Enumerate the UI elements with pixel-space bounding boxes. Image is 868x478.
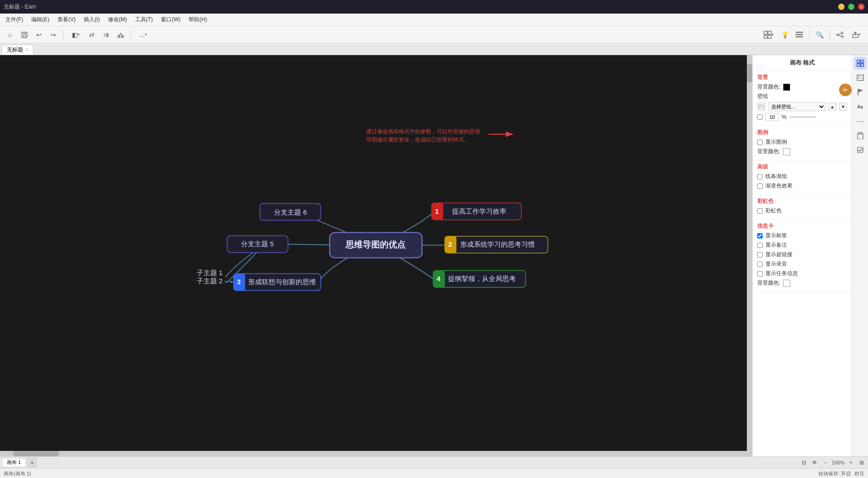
page-tab-icon-4[interactable]: + [846, 458, 855, 467]
wallpaper-up-btn[interactable]: ▲ [828, 103, 836, 111]
wallpaper-icon [757, 103, 765, 111]
page-tab-icon-1[interactable]: ⊟ [799, 458, 808, 467]
separator-1 [63, 30, 64, 39]
canvas-area[interactable]: 通过修改画布格式中的参数，可以对所做的思维 导图做出属性更改，改成自己想要的样式… [0, 55, 752, 456]
rainbow-checkbox[interactable] [757, 208, 763, 214]
style-button[interactable]: ◧▾ [67, 28, 84, 41]
show-label-checkbox[interactable] [757, 233, 763, 239]
separator-2 [131, 30, 131, 39]
cut-button[interactable] [114, 28, 127, 41]
view-mode-button[interactable]: ▾ [760, 28, 777, 41]
svg-text:3: 3 [237, 278, 241, 286]
text-panel-button[interactable]: Aa [854, 100, 867, 113]
mindmap: 思维导图的优点 分支主题 6 分支主题 5 3 形成联想与创新的思维 子主题 1… [0, 55, 752, 456]
page-tab-icon-2[interactable]: 👁 [810, 458, 819, 467]
image-panel-button[interactable] [854, 71, 867, 84]
wallpaper-title: 壁纸 [757, 93, 847, 100]
opacity-checkbox[interactable] [757, 114, 763, 120]
show-note-row: 显示备注 [757, 241, 847, 249]
menu-insert[interactable]: 插入(I) [80, 14, 103, 25]
bg-color-swatch[interactable] [783, 84, 790, 91]
infocard-section-title: 信息卡 [757, 222, 847, 230]
document-tab[interactable]: 无标题 × [2, 45, 33, 55]
page-tab-icon-5[interactable]: ⊞ [857, 458, 866, 467]
gradient-color-checkbox[interactable] [757, 183, 763, 189]
menu-modify[interactable]: 修改(M) [104, 14, 131, 25]
more-button[interactable]: …▾ [135, 28, 151, 41]
opacity-unit: % [782, 114, 787, 120]
idea-button[interactable]: 💡 [778, 28, 791, 41]
separator-3 [809, 30, 810, 39]
more-panel-button[interactable]: ⋯ [854, 115, 867, 127]
opacity-row: % [757, 113, 847, 121]
gradient-line-label: 线条渐组 [765, 173, 787, 180]
vertical-scrollbar[interactable] [747, 55, 752, 456]
menu-window[interactable]: 窗口(W) [157, 14, 184, 25]
canvas-name-status: 画布(画布 1) [4, 470, 31, 477]
branch-node-5: 形成系统学习的思考习惯 [460, 240, 535, 248]
show-legend-row: 显示图例 [757, 138, 847, 146]
wallpaper-select[interactable]: 选择壁纸... [768, 102, 826, 111]
view2-button[interactable] [793, 28, 806, 41]
check-panel-button[interactable] [854, 144, 867, 156]
statusbar-right: 自动保存: 开启 村庄 [818, 470, 864, 477]
gradient-color-label: 渐变色效果 [765, 182, 793, 190]
show-task-row: 显示任务信息 [757, 270, 847, 277]
add-page-button[interactable]: + [28, 458, 37, 467]
legend-bg-swatch[interactable] [783, 148, 790, 155]
svg-rect-1 [23, 32, 26, 34]
save-button[interactable] [18, 28, 31, 41]
page-tabbar: 画布 1 + ⊟ 👁 − 100% + ⊞ [0, 456, 868, 468]
page-tab-icons: ⊟ 👁 − 100% + ⊞ [799, 458, 866, 467]
export-button[interactable]: ▾ [848, 28, 864, 41]
show-label-label: 显示标签 [765, 232, 787, 239]
panel-section-background: 背景 背景颜色: 壁纸 选择壁纸... ▲ ▼ % [753, 71, 852, 126]
menu-edit[interactable]: 编辑(E) [28, 14, 53, 25]
show-task-label: 显示任务信息 [765, 270, 798, 277]
tab-close-button[interactable]: × [26, 47, 28, 52]
show-note-checkbox[interactable] [757, 243, 763, 248]
clipboard-panel-button[interactable] [854, 129, 867, 142]
horizontal-scrollbar[interactable] [0, 451, 747, 456]
opacity-input[interactable] [765, 113, 779, 121]
menu-help[interactable]: 帮助(H) [185, 14, 211, 25]
edit-icon[interactable]: ✏ [839, 84, 852, 96]
svg-point-47 [858, 76, 859, 77]
show-task-checkbox[interactable] [757, 271, 763, 276]
center-node-text: 思维导图的优点 [345, 240, 406, 249]
gradient-line-row: 线条渐组 [757, 173, 847, 180]
separator-4 [830, 30, 830, 39]
redo-button[interactable]: ↪ [47, 28, 60, 41]
show-link-checkbox[interactable] [757, 252, 763, 258]
menu-file[interactable]: 文件(F) [2, 14, 27, 25]
sub-branch-2: 子主题 2 [197, 277, 223, 285]
panel-section-rainbow: 彩虹色 彩虹色 [753, 195, 852, 220]
infocard-bg-color-row: 背景颜色: [757, 279, 847, 287]
zoom-button[interactable]: 🔍 [813, 28, 826, 41]
legend-bg-color-row: 背景颜色: [757, 148, 847, 155]
minimize-button[interactable]: ─ [838, 4, 844, 10]
copy-format-button[interactable]: ⇄ [85, 28, 98, 41]
statusbar: 画布(画布 1) 自动保存: 开启 村庄 [0, 468, 868, 478]
gradient-line-checkbox[interactable] [757, 174, 763, 179]
format-panel-button[interactable] [854, 57, 867, 70]
opacity-slider[interactable] [789, 116, 816, 118]
show-legend-checkbox[interactable] [757, 140, 763, 145]
menu-tools[interactable]: 工具(T) [132, 14, 156, 25]
close-button[interactable]: ✕ [858, 4, 864, 10]
wallpaper-down-btn[interactable]: ▼ [839, 103, 847, 111]
home-button[interactable]: ⌂ [4, 28, 16, 41]
page-tab-icon-3[interactable]: − [821, 458, 830, 467]
undo-button[interactable]: ↩ [33, 28, 45, 41]
maximize-button[interactable]: □ [848, 4, 854, 10]
page-tab-1[interactable]: 画布 1 [2, 458, 26, 467]
infocard-bg-swatch[interactable] [783, 280, 790, 287]
share-button[interactable] [834, 28, 846, 41]
menu-view[interactable]: 查看(V) [54, 14, 79, 25]
titlebar: 无标题 - Eam ─ □ ✕ [0, 0, 868, 14]
svg-rect-2 [23, 35, 26, 37]
paste-format-button[interactable]: ⇉ [100, 28, 113, 41]
show-audio-checkbox[interactable] [757, 262, 763, 267]
rainbow-section-title: 彩虹色 [757, 197, 847, 205]
flag-panel-button[interactable] [854, 86, 867, 98]
